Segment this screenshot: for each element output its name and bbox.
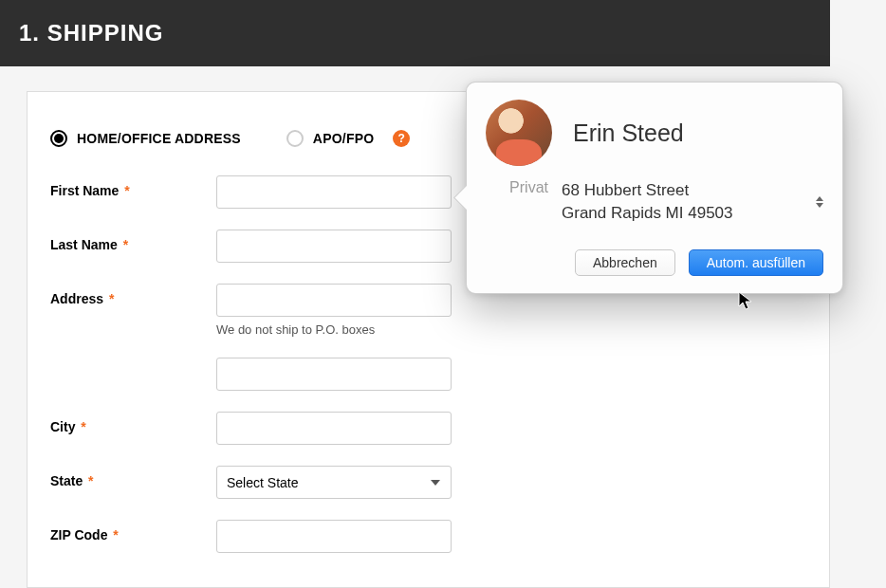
radio-home-label: HOME/OFFICE ADDRESS xyxy=(77,131,241,146)
radio-unselected-icon xyxy=(286,130,304,147)
address2-input[interactable] xyxy=(216,358,452,391)
address-lines: 68 Hubbert Street Grand Rapids MI 49503 xyxy=(562,179,797,225)
shipping-header: 1. SHIPPING xyxy=(0,0,830,66)
radio-selected-icon xyxy=(50,130,67,147)
chevron-up-icon xyxy=(816,196,823,201)
last-name-input[interactable] xyxy=(216,230,452,263)
label-address: Address * xyxy=(50,284,216,306)
city-input[interactable] xyxy=(216,412,452,445)
row-zip: ZIP Code * xyxy=(50,520,806,553)
stepper-icon[interactable] xyxy=(816,196,823,208)
row-address: Address * We do not ship to P.O. boxes xyxy=(50,284,806,391)
label-zip: ZIP Code * xyxy=(50,520,216,542)
help-icon[interactable]: ? xyxy=(393,130,410,147)
label-city: City * xyxy=(50,412,216,434)
address-line2: Grand Rapids MI 49503 xyxy=(562,202,797,225)
chevron-down-icon xyxy=(816,203,823,208)
address-line1: 68 Hubbert Street xyxy=(562,179,797,202)
label-last-name: Last Name * xyxy=(50,230,216,252)
autofill-popover: Erin Steed Privat 68 Hubbert Street Gran… xyxy=(466,82,843,294)
label-state: State * xyxy=(50,466,216,488)
autofill-button[interactable]: Autom. ausfüllen xyxy=(689,249,823,276)
zip-input[interactable] xyxy=(216,520,452,553)
autofill-buttons: Abbrechen Autom. ausfüllen xyxy=(486,249,823,276)
radio-home-office[interactable]: HOME/OFFICE ADDRESS xyxy=(50,130,241,147)
autofill-header: Erin Steed xyxy=(486,100,823,166)
row-city: City * xyxy=(50,412,806,445)
cancel-button[interactable]: Abbrechen xyxy=(575,249,675,276)
label-first-name: First Name * xyxy=(50,175,216,198)
avatar xyxy=(486,100,552,166)
address-input[interactable] xyxy=(216,284,452,317)
radio-apo-fpo[interactable]: APO/FPO xyxy=(286,130,374,147)
radio-apo-label: APO/FPO xyxy=(313,131,374,146)
address-type-label: Privat xyxy=(495,179,548,196)
page-title: 1. SHIPPING xyxy=(19,20,163,46)
first-name-input[interactable] xyxy=(216,175,452,209)
row-state: State * Select State xyxy=(50,466,806,499)
contact-name: Erin Steed xyxy=(573,119,684,147)
address-hint: We do not ship to P.O. boxes xyxy=(216,322,452,337)
state-select[interactable]: Select State xyxy=(216,466,452,499)
autofill-address-block[interactable]: Privat 68 Hubbert Street Grand Rapids MI… xyxy=(486,179,823,225)
